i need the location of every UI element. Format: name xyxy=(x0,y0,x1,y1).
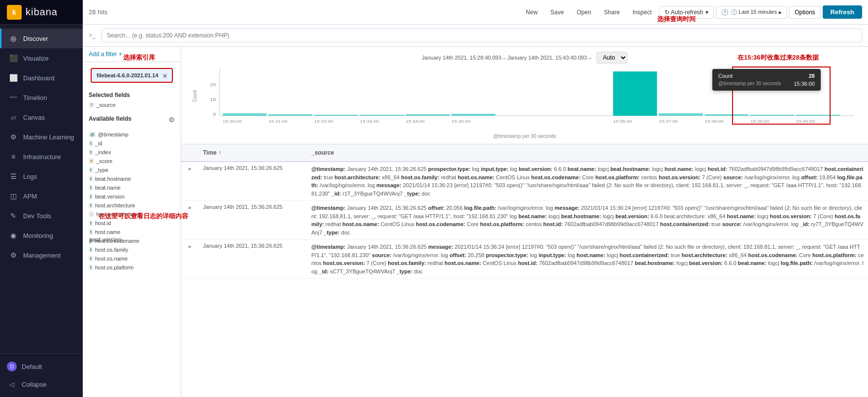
hits-count: 28 hits xyxy=(89,8,107,16)
field-type-badge: t xyxy=(89,185,93,191)
svg-text:10: 10 xyxy=(210,97,216,102)
expand-row-button[interactable]: ► xyxy=(181,162,199,200)
sidebar-item-monitoring[interactable]: ◉ Monitoring xyxy=(0,226,83,245)
field-item-hostid[interactable]: t host.id xyxy=(89,219,175,228)
sidebar-item-label: APM xyxy=(23,193,37,200)
selected-fields-section: Selected fields ? _source xyxy=(83,89,181,112)
sidebar-item-label: Timelion xyxy=(23,94,47,101)
sidebar-item-apm[interactable]: ◫ APM xyxy=(0,186,83,206)
field-item-hostosfamily[interactable]: t host.os.family xyxy=(89,245,175,254)
sidebar-default-space[interactable]: D Default xyxy=(0,358,83,375)
interval-selector[interactable]: Auto xyxy=(597,52,628,64)
field-item-hostname[interactable]: t host.name xyxy=(89,228,175,236)
sidebar-item-label: Visualize xyxy=(23,55,49,62)
svg-text:15:30:00: 15:30:00 xyxy=(223,119,242,124)
field-item-beatname[interactable]: t beat.name xyxy=(89,183,175,192)
field-name: host.containerized xyxy=(96,211,140,217)
sidebar-item-dashboard[interactable]: ⬜ Dashboard xyxy=(0,68,83,88)
index-pattern-close[interactable]: × xyxy=(163,72,167,80)
sidebar-item-management[interactable]: ⚙ Management xyxy=(0,245,83,265)
field-name: host.os.name xyxy=(95,256,128,262)
collapse-label: Collapse xyxy=(22,381,47,388)
save-button[interactable]: Save xyxy=(545,6,569,19)
visualize-icon: ⬛ xyxy=(8,53,18,63)
collapse-icon: ◁ xyxy=(7,379,17,389)
field-item-beathostname[interactable]: t beat.hostname xyxy=(89,174,175,183)
result-source-cell: @timestamp: January 14th 2021, 15:36:26.… xyxy=(307,240,868,278)
ml-icon: ⚙ xyxy=(8,132,18,142)
sidebar-nav: ◎ Discover ⬛ Visualize ⬜ Dashboard 〰 Tim… xyxy=(0,25,83,353)
field-item-hostcontainerized[interactable]: ○ host.containerized xyxy=(89,210,175,219)
sidebar-item-label: Infrastructure xyxy=(23,153,61,161)
field-item-hostarchitecture[interactable]: t host.architecture xyxy=(89,201,175,210)
inspect-button[interactable]: Inspect xyxy=(627,6,657,19)
options-button[interactable]: Options xyxy=(789,6,820,19)
available-fields-title: Available fields xyxy=(89,115,132,122)
sidebar-item-canvas[interactable]: ▱ Canvas xyxy=(0,107,83,127)
field-type-badge: @ xyxy=(89,132,96,137)
management-icon: ⚙ xyxy=(8,250,18,260)
main-content: 28 hits New Save Open Share Inspect ↻ Au… xyxy=(83,0,868,397)
field-item-_id[interactable]: t _id xyxy=(89,139,175,148)
chart-area: January 14th 2021, 15:28:40.093 – Januar… xyxy=(181,47,868,144)
sidebar-item-label: Machine Learning xyxy=(23,133,74,141)
search-input[interactable] xyxy=(107,32,857,39)
field-type-badge: t xyxy=(89,265,93,270)
field-item-_type[interactable]: t _type xyxy=(89,165,175,174)
field-type-badge: t xyxy=(89,238,93,244)
sidebar-item-timelion[interactable]: 〰 Timelion xyxy=(0,88,83,107)
time-range-label: 🕐 Last 15 minutes xyxy=(731,9,777,15)
field-name: beat.name xyxy=(95,185,121,191)
field-name: _score xyxy=(96,158,112,164)
svg-rect-10 xyxy=(406,114,450,116)
sidebar-item-discover[interactable]: ◎ Discover xyxy=(0,29,83,48)
expand-row-button[interactable]: ► xyxy=(181,201,199,239)
field-item-_score[interactable]: # _score xyxy=(89,157,175,165)
field-name: host.os.family xyxy=(95,247,128,253)
result-source-cell: @timestamp: January 14th 2021, 15:36:26.… xyxy=(307,162,868,200)
field-item-_index[interactable]: t _index xyxy=(89,148,175,157)
sidebar-item-logs[interactable]: ☰ Logs xyxy=(0,166,83,186)
field-type-badge: t xyxy=(89,194,93,199)
apm-icon: ◫ xyxy=(8,191,18,201)
result-time-cell: January 14th 2021, 15:36:26.625 xyxy=(199,240,307,278)
sidebar-item-ml[interactable]: ⚙ Machine Learning xyxy=(0,127,83,147)
sidebar-item-visualize[interactable]: ⬛ Visualize xyxy=(0,48,83,68)
sidebar-item-label: Logs xyxy=(23,173,37,180)
index-pattern-selector[interactable]: filebeat-6.6.0-2021.01.14 × xyxy=(91,68,173,83)
svg-text:15:34:00: 15:34:00 xyxy=(406,119,425,124)
time-range-picker[interactable]: 🕐 🕐 Last 15 minutes ▸ xyxy=(716,6,788,19)
sidebar-collapse[interactable]: ◁ Collapse xyxy=(0,375,83,393)
sidebar-item-label: Discover xyxy=(23,35,48,42)
expand-row-button[interactable]: ► xyxy=(181,240,199,278)
histogram-chart: 0 10 20 Count xyxy=(189,66,860,135)
field-type-badge: t xyxy=(89,140,93,146)
field-item-beatversion[interactable]: t beat.version xyxy=(89,192,175,201)
tooltip-count-row: Count 28 xyxy=(718,73,815,79)
field-name: _index xyxy=(95,149,111,155)
svg-text:0: 0 xyxy=(213,112,216,117)
refresh-button[interactable]: Refresh xyxy=(823,5,862,19)
sidebar-item-devtools[interactable]: ✎ Dev Tools xyxy=(0,206,83,226)
field-type-badge: t xyxy=(89,167,93,173)
sidebar-item-infrastructure[interactable]: ≡ Infrastructure xyxy=(0,147,83,166)
field-item-hostosplatform[interactable]: t host.os.platform xyxy=(89,263,175,272)
field-item-timestamp[interactable]: @ @timestamp xyxy=(89,130,175,139)
chart-controls: January 14th 2021, 15:28:40.093 – Januar… xyxy=(189,52,860,64)
field-name: host.id xyxy=(95,220,111,226)
share-button[interactable]: Share xyxy=(599,6,625,19)
gear-icon[interactable]: ⚙ xyxy=(168,116,175,124)
table-row: ►January 14th 2021, 15:36:26.625@timesta… xyxy=(181,201,868,240)
open-button[interactable]: Open xyxy=(571,6,597,19)
svg-text:15:40:00: 15:40:00 xyxy=(796,119,815,124)
sidebar-item-label: Monitoring xyxy=(23,232,53,239)
table-row: ►January 14th 2021, 15:36:26.625@timesta… xyxy=(181,240,868,279)
source-header: _source xyxy=(307,147,868,158)
tooltip-timestamp-value: 15:36:00 xyxy=(794,81,815,87)
add-filter-button[interactable]: Add a filter + xyxy=(89,51,175,58)
auto-refresh-button[interactable]: ↻ Auto-refresh ▾ xyxy=(659,6,714,19)
field-item-hostoscodename[interactable]: t host.os.codename xyxy=(89,236,175,245)
field-item-hostosname[interactable]: t host.os.name xyxy=(89,254,175,263)
new-button[interactable]: New xyxy=(520,6,543,19)
field-item-source[interactable]: ? _source xyxy=(89,100,175,109)
